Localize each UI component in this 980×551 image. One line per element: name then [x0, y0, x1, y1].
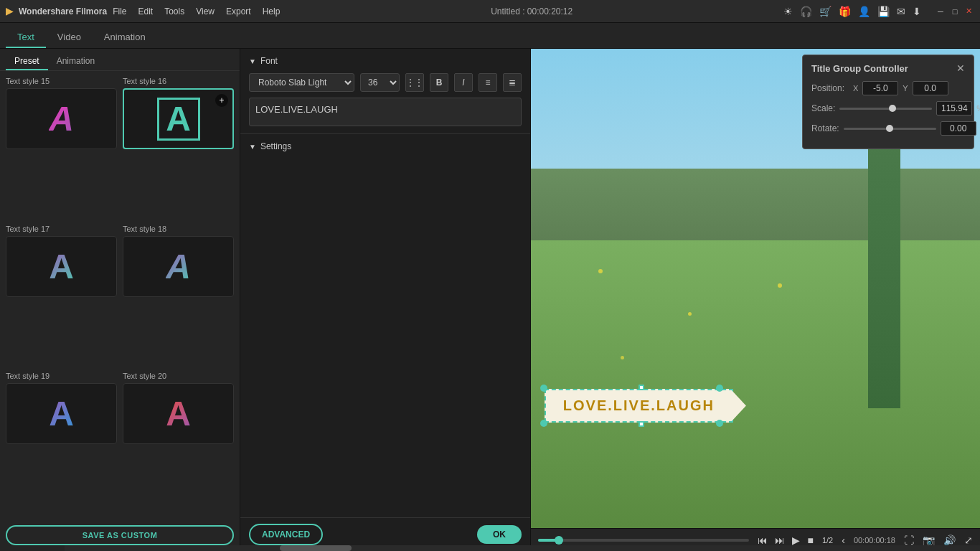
page-indicator: 1/2: [822, 536, 833, 545]
style-preview-17[interactable]: A: [6, 236, 117, 297]
tc-y-input[interactable]: [913, 81, 948, 95]
titlebar-right: ☀ 🎧 🛒 🎁 👤 💾 ✉ ⬇ ─ □ ✕: [783, 6, 974, 17]
preview-panel: LOVE.LIVE.LAUGH: [531, 49, 980, 551]
style-label-17: Text style 17: [6, 225, 50, 233]
bold-button[interactable]: B: [430, 73, 448, 92]
tc-title: Title Group Controller: [811, 63, 908, 74]
selection-handle-b[interactable]: [639, 421, 644, 427]
download-icon[interactable]: ⬇: [913, 6, 921, 17]
panel-tab-animation[interactable]: Animation: [48, 53, 103, 70]
sun-icon[interactable]: ☀: [783, 6, 793, 17]
ok-button[interactable]: OK: [477, 525, 522, 544]
align-right-button[interactable]: ≣: [503, 73, 522, 92]
style-preview-19[interactable]: A: [6, 383, 117, 444]
main-tabbar: Text Video Animation: [0, 23, 980, 49]
column-icon-button[interactable]: ⋮⋮: [405, 73, 424, 92]
style-preview-20[interactable]: A: [123, 383, 234, 444]
preview-background: LOVE.LIVE.LAUGH: [531, 49, 980, 528]
menu-export[interactable]: Export: [226, 6, 251, 17]
style-letter-20: A: [166, 394, 191, 433]
settings-arrow: ▼: [249, 143, 256, 151]
align-center-button[interactable]: ≡: [479, 73, 497, 92]
tc-scale-input[interactable]: [936, 101, 972, 116]
style-label-19: Text style 19: [6, 372, 50, 380]
selection-handle-tr[interactable]: [716, 385, 723, 392]
font-section-arrow: ▼: [249, 57, 256, 65]
preview-timeline-bar[interactable]: [538, 539, 749, 542]
selection-handle-bl[interactable]: [540, 420, 547, 427]
tc-position-row: Position: X Y: [811, 81, 965, 95]
add-to-timeline-icon[interactable]: +: [215, 94, 228, 107]
save-as-custom-button[interactable]: SAVE AS CUSTOM: [6, 525, 234, 545]
settings-label: Settings: [260, 141, 291, 151]
advanced-button[interactable]: ADVANCED: [249, 524, 323, 545]
close-button[interactable]: ✕: [964, 6, 974, 17]
tab-text[interactable]: Text: [6, 27, 46, 48]
cart-icon[interactable]: 🛒: [819, 6, 831, 17]
banner-wrapper: LOVE.LIVE.LAUGH: [545, 389, 733, 423]
expand-button[interactable]: ⤢: [964, 534, 973, 546]
screenshot-button[interactable]: 📷: [923, 534, 935, 546]
style-preview-16[interactable]: A +: [123, 88, 234, 149]
style-item-19: Text style 19 A: [6, 372, 117, 514]
tab-video[interactable]: Video: [46, 27, 93, 48]
tab-animation[interactable]: Animation: [93, 27, 157, 48]
text-input[interactable]: LOVE.LIVE.LAUGH: [249, 98, 522, 126]
timeline-thumb[interactable]: [555, 536, 563, 545]
minimize-button[interactable]: ─: [936, 6, 946, 17]
play-button[interactable]: ▶: [792, 534, 800, 546]
headphones-icon[interactable]: 🎧: [800, 6, 812, 17]
timeline-scrollbar[interactable]: [65, 545, 980, 551]
center-panel: ▼ Font Roboto Slab Light 36 ⋮⋮ B I ≡ ≣ L…: [240, 49, 531, 551]
gift-icon[interactable]: 🎁: [839, 6, 851, 17]
selection-handle-tl[interactable]: [540, 385, 547, 392]
step-back-button[interactable]: ⏮: [758, 534, 768, 546]
menu-view[interactable]: View: [196, 6, 215, 17]
style-label-15: Text style 15: [6, 77, 50, 85]
tc-x-label: X: [853, 84, 858, 93]
style-label-20: Text style 20: [123, 372, 166, 380]
volume-button[interactable]: 🔊: [943, 534, 956, 546]
settings-section-header[interactable]: ▼ Settings: [249, 141, 522, 151]
mail-icon[interactable]: ✉: [897, 6, 905, 17]
frame-back-button[interactable]: ⏭: [775, 534, 785, 546]
style-letter-18: A: [166, 247, 191, 286]
tc-x-input[interactable]: [862, 81, 898, 95]
font-controls-row: Roboto Slab Light 36 ⋮⋮ B I ≡ ≣: [249, 73, 522, 92]
menu-help[interactable]: Help: [263, 6, 281, 17]
tc-rotate-slider[interactable]: [844, 128, 936, 130]
panel-tabs: Preset Animation: [0, 49, 240, 71]
font-size-select[interactable]: 36: [360, 73, 400, 92]
maximize-button[interactable]: □: [950, 6, 960, 17]
page-prev-button[interactable]: ‹: [842, 534, 845, 546]
style-letter-16: A: [157, 98, 200, 141]
flower-3: [778, 283, 782, 288]
titlebar-left: ▶ Wondershare Filmora File Edit Tools Vi…: [6, 6, 280, 17]
italic-button[interactable]: I: [454, 73, 473, 92]
font-family-select[interactable]: Roboto Slab Light: [249, 73, 354, 92]
tc-close-button[interactable]: ✕: [956, 62, 965, 74]
menu-edit[interactable]: Edit: [138, 6, 153, 17]
toolbar-icons: ☀ 🎧 🛒 🎁 👤 💾 ✉ ⬇: [783, 6, 921, 17]
fullscreen-button[interactable]: ⛶: [904, 534, 914, 546]
style-preview-18[interactable]: A: [123, 236, 234, 297]
tc-y-label: Y: [903, 84, 908, 93]
timeline-scrollbar-thumb[interactable]: [280, 545, 352, 551]
selection-handle-t[interactable]: [639, 385, 644, 390]
menu-file[interactable]: File: [113, 6, 126, 17]
person-body: [868, 143, 900, 408]
ribbon-tail-right: [732, 390, 746, 421]
style-item-17: Text style 17 A: [6, 225, 117, 367]
font-section-header[interactable]: ▼ Font: [249, 56, 522, 66]
selection-handle-br[interactable]: [716, 420, 723, 427]
menu-tools[interactable]: Tools: [164, 6, 184, 17]
style-label-16: Text style 16: [123, 77, 166, 85]
panel-tab-preset[interactable]: Preset: [6, 53, 48, 70]
user-icon[interactable]: 👤: [858, 6, 870, 17]
style-label-18: Text style 18: [123, 225, 166, 233]
tc-scale-slider[interactable]: [839, 108, 932, 110]
tc-rotate-input[interactable]: [941, 121, 976, 136]
stop-button[interactable]: ■: [807, 534, 813, 546]
style-preview-15[interactable]: A: [6, 88, 117, 149]
save-icon[interactable]: 💾: [877, 6, 890, 17]
